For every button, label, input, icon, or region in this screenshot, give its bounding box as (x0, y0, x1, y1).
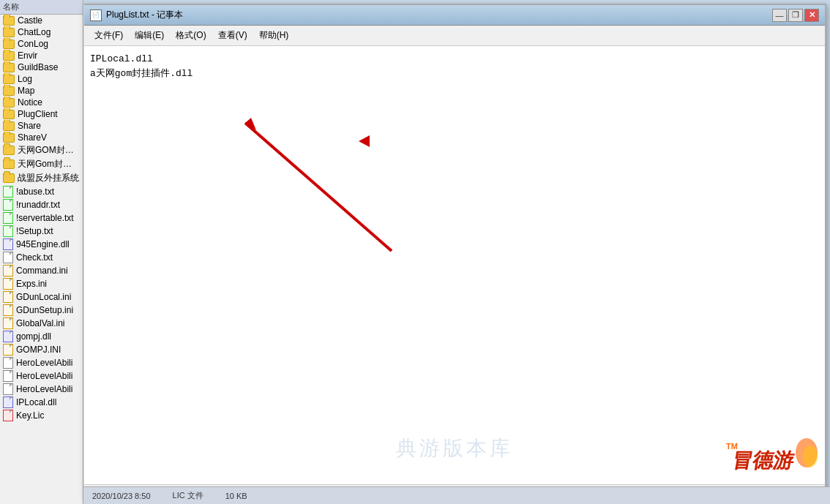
folder-icon (3, 16, 15, 26)
sidebar-item-label: 战盟反外挂系统 (18, 172, 79, 184)
folder-icon (3, 173, 15, 183)
notepad-title: PlugList.txt - 记事本 (106, 9, 183, 21)
sidebar-item-label: GDunLocal.ini (16, 292, 71, 302)
menu-item-0[interactable]: 文件(F) (89, 27, 129, 44)
menu-item-4[interactable]: 帮助(H) (253, 27, 295, 44)
sidebar-item-31[interactable]: Key.Lic (0, 409, 83, 422)
dll-icon (3, 238, 13, 250)
sidebar-item-label: 天网GOM封挂插 (18, 144, 80, 157)
ini-icon (3, 317, 13, 329)
folder-icon (3, 121, 15, 131)
folder-icon (3, 75, 15, 84)
sidebar-item-6[interactable]: Map (0, 85, 83, 97)
folder-icon (3, 51, 15, 61)
sidebar-item-label: !abuse.txt (16, 187, 54, 197)
sidebar-item-label: Envir (18, 50, 37, 61)
sidebar-item-10[interactable]: ShareV (0, 132, 83, 143)
sidebar-item-4[interactable]: GuildBase (0, 61, 83, 73)
sidebar-item-label: !servertable.txt (16, 213, 74, 223)
txt-icon (3, 370, 13, 382)
sidebar-item-22[interactable]: GDunLocal.ini (0, 290, 83, 304)
sidebar-item-label: HeroLevelAbili (16, 384, 72, 394)
folder-icon (3, 159, 15, 169)
sidebar-item-7[interactable]: Notice (0, 97, 83, 108)
sidebar-item-label: ConLog (18, 39, 48, 49)
sidebar-item-label: !runaddr.txt (16, 200, 60, 210)
sidebar-item-13[interactable]: 战盟反外挂系统 (0, 171, 83, 185)
sidebar-item-5[interactable]: Log (0, 73, 83, 85)
sidebar-header: 名称 (0, 0, 83, 15)
sidebar-item-16[interactable]: !servertable.txt (0, 211, 83, 225)
ini-icon (3, 278, 13, 290)
special-icon (3, 199, 13, 211)
sidebar-item-23[interactable]: GDunSetup.ini (0, 304, 83, 317)
ini-icon (3, 344, 13, 356)
menu-item-1[interactable]: 编辑(E) (129, 27, 170, 44)
notepad-textarea[interactable] (84, 46, 825, 484)
sidebar-item-label: IPLocal.dll (16, 397, 56, 407)
sidebar-item-21[interactable]: Exps.ini (0, 277, 83, 290)
sidebar-item-18[interactable]: 945Engine.dll (0, 238, 83, 251)
sidebar-item-28[interactable]: HeroLevelAbili (0, 369, 83, 383)
sidebar-header-name: 名称 (3, 1, 19, 12)
notepad-menubar: 文件(F)编辑(E)格式(O)查看(V)帮助(H) (84, 26, 825, 46)
sidebar-item-29[interactable]: HeroLevelAbili (0, 383, 83, 396)
notepad-file-icon: 📄 (90, 10, 102, 21)
menu-item-2[interactable]: 格式(O) (170, 27, 212, 44)
folder-icon (3, 146, 15, 155)
ini-icon (3, 304, 13, 316)
sidebar-item-15[interactable]: !runaddr.txt (0, 198, 83, 211)
sidebar-item-label: HeroLevelAbili (16, 371, 72, 381)
sidebar-item-2[interactable]: ConLog (0, 38, 83, 50)
sidebar-item-8[interactable]: PlugClient (0, 108, 83, 120)
titlebar-left: 📄 PlugList.txt - 记事本 (90, 9, 183, 21)
txt-icon (3, 383, 13, 395)
bottom-info-bar: 2020/10/23 8:50 LIC 文件 10 KB (83, 486, 830, 504)
restore-button[interactable]: ❐ (788, 9, 803, 22)
folder-icon (3, 110, 15, 119)
sidebar-item-20[interactable]: Command.ini (0, 264, 83, 277)
sidebar-item-19[interactable]: Check.txt (0, 251, 83, 264)
special-icon (3, 225, 13, 237)
txt-icon (3, 357, 13, 369)
sidebar-item-label: Command.ini (16, 266, 68, 276)
sidebar-item-25[interactable]: gompj.dll (0, 330, 83, 343)
folder-icon (3, 86, 15, 96)
file-type: LIC 文件 (173, 490, 203, 501)
sidebar-item-3[interactable]: Envir (0, 50, 83, 61)
sidebar-item-1[interactable]: ChatLog (0, 26, 83, 38)
sidebar-item-0[interactable]: Castle (0, 15, 83, 26)
sidebar-item-label: PlugClient (18, 109, 58, 119)
sidebar-item-26[interactable]: GOMPJ.INI (0, 343, 83, 356)
menu-item-3[interactable]: 查看(V) (212, 27, 253, 44)
sidebar-item-label: !Setup.txt (16, 226, 53, 236)
sidebar-item-label: 945Engine.dll (16, 239, 70, 249)
sidebar-item-label: Map (18, 86, 34, 96)
sidebar-item-label: GOMPJ.INI (16, 345, 61, 355)
sidebar-item-label: ChatLog (18, 27, 51, 37)
ini-icon (3, 291, 13, 303)
sidebar-item-label: GDunSetup.ini (16, 305, 73, 315)
sidebar-item-12[interactable]: 天网Gom封挂插 (0, 157, 83, 171)
window-controls: — ❐ ✕ (772, 9, 819, 22)
sidebar-item-label: Notice (18, 97, 42, 108)
sidebar-item-label: Share (18, 121, 41, 131)
notepad-titlebar: 📄 PlugList.txt - 记事本 — ❐ ✕ (84, 5, 825, 26)
file-explorer-sidebar: 名称 CastleChatLogConLogEnvirGuildBaseLogM… (0, 0, 83, 504)
sidebar-item-14[interactable]: !abuse.txt (0, 185, 83, 198)
sidebar-item-17[interactable]: !Setup.txt (0, 225, 83, 238)
lic-icon (3, 410, 13, 421)
ini-icon (3, 265, 13, 277)
dll-icon (3, 396, 13, 408)
sidebar-item-30[interactable]: IPLocal.dll (0, 396, 83, 409)
sidebar-item-label: ShareV (18, 132, 47, 143)
sidebar-item-27[interactable]: HeroLevelAbili (0, 356, 83, 369)
sidebar-item-24[interactable]: GlobalVal.ini (0, 317, 83, 330)
close-button[interactable]: ✕ (804, 9, 819, 22)
folder-icon (3, 133, 15, 143)
sidebar-item-11[interactable]: 天网GOM封挂插 (0, 143, 83, 157)
sidebar-item-9[interactable]: Share (0, 120, 83, 132)
minimize-button[interactable]: — (772, 9, 787, 22)
special-icon (3, 212, 13, 224)
sidebar-item-label: Key.Lic (16, 410, 44, 421)
